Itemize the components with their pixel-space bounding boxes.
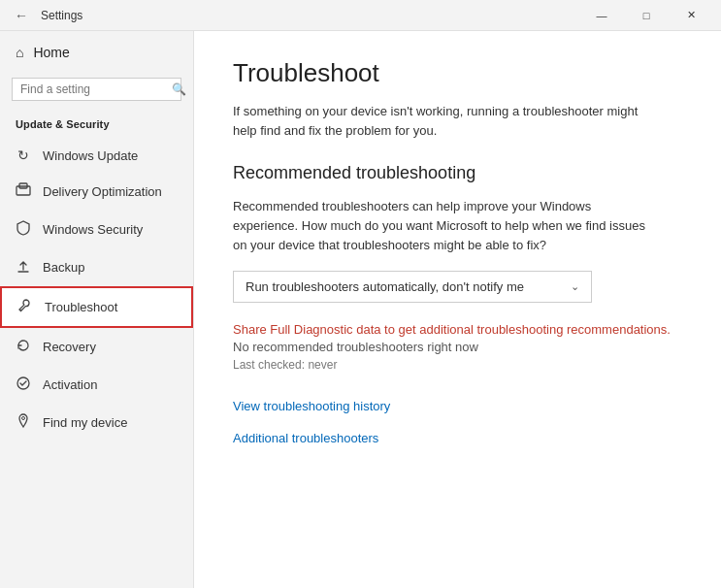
- titlebar-controls: — □ ✕: [579, 0, 713, 31]
- share-diagnostic-link[interactable]: Share Full Diagnostic data to get additi…: [233, 320, 682, 340]
- sidebar-item-activation[interactable]: Activation: [0, 366, 193, 404]
- view-history-link[interactable]: View troubleshooting history: [233, 399, 682, 413]
- sidebar-item-recovery[interactable]: Recovery: [0, 328, 193, 366]
- additional-troubleshooters-link[interactable]: Additional troubleshooters: [233, 431, 682, 445]
- sidebar-home-label: Home: [33, 45, 69, 60]
- restore-button[interactable]: □: [624, 0, 669, 31]
- windows-update-icon: ↻: [16, 147, 31, 163]
- titlebar: ← Settings — □ ✕: [0, 0, 721, 31]
- backup-icon: [16, 258, 31, 277]
- troubleshoot-icon: [17, 298, 33, 316]
- delivery-optimization-icon: [16, 182, 31, 201]
- sidebar: ⌂ Home 🔍 Update & Security ↻ Windows Upd…: [0, 31, 194, 588]
- titlebar-title: Settings: [41, 9, 579, 22]
- sidebar-item-troubleshoot[interactable]: Troubleshoot: [0, 286, 193, 328]
- no-troubleshooters-text: No recommended troubleshooters right now: [233, 340, 682, 354]
- sidebar-item-label: Troubleshoot: [45, 300, 117, 314]
- windows-security-icon: [16, 220, 31, 239]
- search-box[interactable]: 🔍: [12, 78, 181, 101]
- sidebar-item-label: Windows Security: [43, 222, 143, 237]
- svg-point-3: [22, 417, 25, 420]
- sidebar-item-label: Find my device: [43, 415, 127, 430]
- chevron-down-icon: ⌄: [571, 280, 579, 293]
- find-my-device-icon: [16, 413, 31, 432]
- minimize-button[interactable]: —: [579, 0, 624, 31]
- page-description: If something on your device isn't workin…: [233, 102, 660, 140]
- back-icon: ←: [15, 8, 28, 23]
- back-button[interactable]: ←: [8, 2, 35, 29]
- activation-icon: [16, 376, 31, 394]
- section-title-recommended: Recommended troubleshooting: [233, 163, 682, 183]
- sidebar-item-label: Activation: [43, 377, 97, 392]
- main-layout: ⌂ Home 🔍 Update & Security ↻ Windows Upd…: [0, 31, 721, 588]
- close-button[interactable]: ✕: [669, 0, 713, 31]
- sidebar-item-label: Recovery: [43, 340, 96, 354]
- sidebar-item-backup[interactable]: Backup: [0, 248, 193, 286]
- sidebar-section-label: Update & Security: [0, 113, 193, 138]
- share-diagnostic-anchor[interactable]: Share Full Diagnostic data to get additi…: [233, 322, 671, 337]
- dropdown-value: Run troubleshooters automatically, don't…: [246, 279, 524, 294]
- last-checked-text: Last checked: never: [233, 358, 682, 372]
- svg-point-2: [17, 377, 29, 389]
- recovery-icon: [16, 338, 31, 356]
- section-description: Recommended troubleshooters can help imp…: [233, 197, 660, 255]
- content-area: Troubleshoot If something on your device…: [194, 31, 721, 588]
- sidebar-item-delivery-optimization[interactable]: Delivery Optimization: [0, 173, 193, 211]
- sidebar-item-label: Windows Update: [43, 148, 138, 163]
- search-icon: 🔍: [172, 82, 186, 96]
- page-title: Troubleshoot: [233, 58, 682, 88]
- sidebar-item-label: Backup: [43, 260, 84, 275]
- sidebar-item-label: Delivery Optimization: [43, 184, 162, 199]
- search-input[interactable]: [20, 82, 166, 96]
- sidebar-item-windows-update[interactable]: ↻ Windows Update: [0, 138, 193, 173]
- troubleshoot-mode-dropdown[interactable]: Run troubleshooters automatically, don't…: [233, 271, 592, 303]
- sidebar-item-home[interactable]: ⌂ Home: [0, 31, 193, 74]
- home-icon: ⌂: [16, 45, 23, 60]
- sidebar-item-windows-security[interactable]: Windows Security: [0, 211, 193, 248]
- sidebar-item-find-my-device[interactable]: Find my device: [0, 404, 193, 441]
